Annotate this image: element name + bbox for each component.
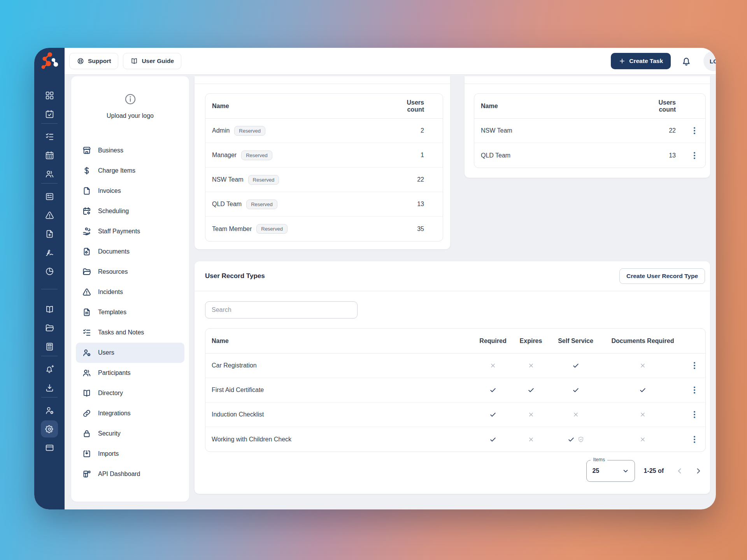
check-icon-cell (602, 386, 684, 394)
rail-folder-button[interactable] (41, 319, 58, 336)
sidebar-item-invoices[interactable]: Invoices (76, 181, 184, 201)
items-per-page-select[interactable]: Items 25 (586, 460, 635, 482)
teams-row-qld-team[interactable]: QLD Team13 (474, 143, 705, 168)
rail-people-button[interactable] (41, 165, 58, 182)
sidebar-item-directory[interactable]: Directory (76, 383, 184, 403)
calendar-icon (45, 150, 54, 160)
create-user-record-type-button[interactable]: Create User Record Type (619, 268, 705, 284)
urt-row-working-with-children-check[interactable]: Working with Children Check (205, 427, 705, 452)
check-icon (527, 386, 535, 394)
sidebar-item-staff-payments[interactable]: Staff Payments (76, 221, 184, 242)
urt-row-first-aid-certificate[interactable]: First Aid Certificate (205, 378, 705, 402)
search-input[interactable] (205, 301, 358, 318)
teams-card: Name Users count NSW Team22QLD Team13 (465, 76, 710, 178)
app-logo-icon (39, 50, 60, 71)
roles-col-users-count: Users count (388, 99, 443, 113)
sidebar-item-imports[interactable]: Imports (76, 444, 184, 464)
roles-row-qld-team[interactable]: QLD TeamReserved13 (205, 192, 443, 217)
roles-row-manager[interactable]: ManagerReserved1 (205, 143, 443, 168)
sidebar-item-templates[interactable]: Templates (76, 302, 184, 322)
sidebar-item-api-dashboard[interactable]: API Dashboard (76, 464, 184, 484)
rail-calculator-button[interactable] (41, 338, 58, 355)
upload-logo-label: Upload your logo (71, 112, 189, 119)
rail-checklist-button[interactable] (41, 128, 58, 145)
signature-icon (45, 248, 54, 257)
rail-dashboard-grid-button[interactable] (41, 87, 58, 104)
row-actions-kebab-button[interactable] (691, 434, 698, 445)
sidebar-item-tasks-and-notes[interactable]: Tasks and Notes (76, 322, 184, 343)
check-icon (489, 411, 497, 418)
rail-divider (41, 397, 58, 397)
rail-warning-triangle-button[interactable] (41, 206, 58, 224)
urt-row-car-registration[interactable]: Car Registration (205, 354, 705, 378)
sidebar-item-security[interactable]: Security (76, 424, 184, 444)
row-actions-kebab-button[interactable] (691, 360, 698, 371)
x-icon-cell (602, 436, 684, 443)
urt-col-name: Name (205, 338, 473, 345)
reserved-badge: Reserved (241, 150, 272, 160)
check-icon-cell (549, 362, 602, 369)
roles-row-team-member[interactable]: Team MemberReserved35 (205, 217, 443, 241)
sidebar-item-incidents[interactable]: Incidents (76, 282, 184, 302)
rail-divider (41, 289, 58, 289)
user-guide-label: User Guide (142, 58, 174, 65)
row-actions-kebab-button[interactable] (691, 150, 698, 161)
chevron-left-icon[interactable] (675, 467, 684, 475)
sidebar-item-scheduling[interactable]: Scheduling (76, 201, 184, 221)
rail-download-button[interactable] (41, 379, 58, 396)
rail-bell-plus-button[interactable] (41, 360, 58, 378)
checklist-icon (45, 132, 54, 142)
check-icon-cell (549, 436, 602, 443)
roles-row-admin[interactable]: AdminReserved2 (205, 119, 443, 143)
row-actions-kebab-button[interactable] (691, 409, 698, 420)
file-gear-icon (82, 247, 91, 256)
sidebar-item-participants[interactable]: Participants (76, 363, 184, 383)
sidebar-item-business[interactable]: Business (76, 140, 184, 161)
check-icon-cell (473, 386, 512, 394)
rail-card-button[interactable] (41, 439, 58, 456)
create-task-label: Create Task (629, 58, 663, 65)
rail-book-button[interactable] (41, 301, 58, 318)
create-task-button[interactable]: Create Task (611, 53, 671, 69)
gear-icon (45, 424, 54, 434)
row-actions-kebab-button[interactable] (691, 384, 698, 396)
lock-icon (82, 429, 91, 438)
user-guide-button[interactable]: User Guide (123, 53, 181, 69)
rail-user-gear-button[interactable] (41, 402, 58, 419)
sidebar-item-resources[interactable]: Resources (76, 262, 184, 282)
roles-row-nsw-team[interactable]: NSW TeamReserved22 (205, 168, 443, 192)
teams-table-header: Name Users count (474, 94, 705, 119)
chevron-right-icon[interactable] (694, 467, 703, 475)
sidebar-item-documents[interactable]: Documents (76, 242, 184, 262)
chevron-down-icon (622, 467, 629, 474)
sidebar-item-label: Invoices (98, 187, 121, 194)
rail-gear-button[interactable] (41, 420, 58, 438)
team-users-count: 13 (645, 152, 684, 159)
sidebar-item-users[interactable]: Users (76, 343, 184, 363)
role-name: QLD Team (212, 201, 242, 208)
support-button[interactable]: Support (69, 53, 118, 69)
teams-row-nsw-team[interactable]: NSW Team22 (474, 119, 705, 143)
rail-form-card-button[interactable] (41, 188, 58, 205)
upload-logo-control[interactable]: Upload your logo (71, 76, 189, 119)
sidebar-item-charge-items[interactable]: Charge Items (76, 161, 184, 181)
avatar-initials: LC (710, 58, 716, 65)
sidebar-item-integrations[interactable]: Integrations (76, 403, 184, 424)
urt-table-header: Name Required Expires Self Service Docum… (205, 329, 705, 354)
rail-signature-button[interactable] (41, 244, 58, 261)
rail-pie-chart-button[interactable] (41, 262, 58, 280)
rail-file-plus-button[interactable] (41, 225, 58, 242)
user-avatar[interactable]: LC (703, 51, 716, 71)
check-icon-cell (473, 411, 512, 418)
urt-col-expires: Expires (512, 338, 549, 345)
checklist-icon (82, 328, 91, 337)
rail-calendar-button[interactable] (41, 147, 58, 164)
row-actions-kebab-button[interactable] (691, 125, 698, 136)
urt-row-induction-checklist[interactable]: Induction Checklist (205, 402, 705, 427)
x-icon (489, 362, 496, 369)
rail-calendar-check-button[interactable] (41, 105, 58, 122)
notifications-bell-icon[interactable] (681, 56, 692, 66)
sidebar-item-label: Directory (98, 390, 123, 397)
sidebar-item-label: Imports (98, 450, 119, 457)
reserved-badge: Reserved (246, 200, 277, 209)
